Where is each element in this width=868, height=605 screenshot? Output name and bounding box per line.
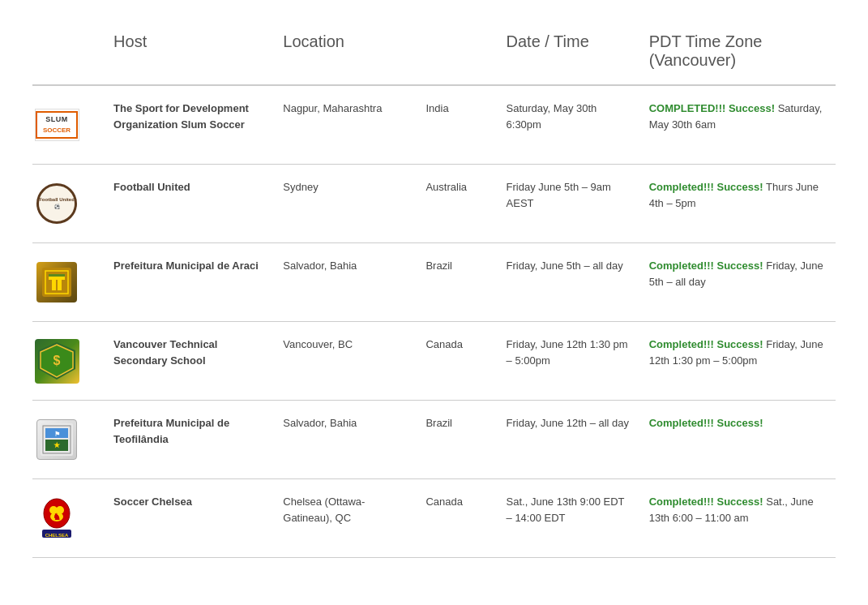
coat-of-arms-2-icon: ⚑ ★ xyxy=(41,423,73,456)
table-row: Football United ⚽ Football United Sydney… xyxy=(32,165,836,243)
host-name: Soccer Chelsea xyxy=(104,479,273,558)
status-badge: Completed!!! Success! xyxy=(649,496,763,508)
svg-text:♞: ♞ xyxy=(53,512,61,521)
col-host: Host xyxy=(104,24,273,85)
logo-cell: SLUM SOCCER xyxy=(32,85,104,165)
table-row: ⚑ ★ Prefeitura Municipal de Teofilândia … xyxy=(32,401,836,479)
location-city: Salvador, Bahia xyxy=(273,243,416,322)
svg-text:⚑: ⚑ xyxy=(54,431,60,438)
pdt-info: Completed!!! Success! Sat., June 13th 6:… xyxy=(639,479,836,558)
svg-rect-5 xyxy=(49,274,65,277)
location-country: India xyxy=(416,85,496,165)
datetime: Friday, June 12th – all day xyxy=(497,401,639,479)
location-country: Canada xyxy=(416,479,496,558)
col-datetime: Date / Time xyxy=(497,24,639,85)
pdt-info: Completed!!! Success! Friday, June 5th –… xyxy=(639,243,836,322)
col-pdt: PDT Time Zone (Vancouver) xyxy=(639,24,836,85)
logo-prefeitura-teofilandia: ⚑ ★ xyxy=(32,415,81,464)
location-city: Salvador, Bahia xyxy=(273,401,416,479)
pdt-info: Completed!!! Success! xyxy=(639,401,836,479)
location-country: Canada xyxy=(416,322,496,401)
location-country: Brazil xyxy=(416,243,496,322)
events-table: Host Location Date / Time PDT Time Zone … xyxy=(32,24,836,558)
location-city: Nagpur, Maharashtra xyxy=(273,85,416,165)
logo-slum-soccer: SLUM SOCCER xyxy=(32,101,81,149)
logo-football-united: Football United ⚽ xyxy=(32,179,81,228)
logo-cell: Football United ⚽ xyxy=(32,165,104,243)
lion-crest-icon: ♞ CHELSEA xyxy=(37,497,76,539)
pdt-info: COMPLETED!!! Success! Saturday, May 30th… xyxy=(639,85,836,165)
shield-icon: $ xyxy=(36,341,77,381)
coat-of-arms-icon xyxy=(42,268,71,297)
pdt-info: Completed!!! Success! Friday, June 12th … xyxy=(639,322,836,401)
location-country: Brazil xyxy=(416,401,496,479)
logo-cell: $ xyxy=(32,322,104,401)
status-badge: Completed!!! Success! xyxy=(649,260,763,272)
table-row: SLUM SOCCER The Sport for Development Or… xyxy=(32,85,836,165)
table-row: Prefeitura Municipal de Araci Salvador, … xyxy=(32,243,836,322)
svg-text:CHELSEA: CHELSEA xyxy=(45,533,69,538)
logo-cell: ♞ CHELSEA xyxy=(32,479,104,558)
col-logo xyxy=(32,24,104,85)
svg-rect-3 xyxy=(58,279,62,290)
location-city: Sydney xyxy=(273,165,416,243)
svg-text:★: ★ xyxy=(53,441,61,449)
status-badge: COMPLETED!!! Success! xyxy=(649,102,775,114)
svg-rect-0 xyxy=(42,268,71,297)
datetime: Friday June 5th – 9am AEST xyxy=(497,165,639,243)
host-name: Football United xyxy=(104,165,273,243)
status-badge: Completed!!! Success! xyxy=(649,181,763,193)
host-name: Prefeitura Municipal de Araci xyxy=(104,243,273,322)
col-location: Location xyxy=(273,24,496,85)
datetime: Saturday, May 30th 6:30pm xyxy=(497,85,639,165)
logo-vancouver-tech: $ xyxy=(32,337,81,385)
location-city: Chelsea (Ottawa-Gatineau), QC xyxy=(273,479,416,558)
logo-prefeitura-araci xyxy=(32,258,81,307)
host-name: Prefeitura Municipal de Teofilândia xyxy=(104,401,273,479)
logo-cell xyxy=(32,243,104,322)
location-city: Vancouver, BC xyxy=(273,322,416,401)
datetime: Friday, June 5th – all day xyxy=(497,243,639,322)
table-row: ♞ CHELSEA Soccer Chelsea Chelsea (Ottawa… xyxy=(32,479,836,558)
logo-cell: ⚑ ★ xyxy=(32,401,104,479)
svg-text:$: $ xyxy=(53,354,61,367)
host-name: The Sport for Development Organization S… xyxy=(104,85,273,165)
status-badge: Completed!!! Success! xyxy=(649,338,763,350)
location-country: Australia xyxy=(416,165,496,243)
datetime: Friday, June 12th 1:30 pm – 5:00pm xyxy=(497,322,639,401)
host-name: Vancouver Technical Secondary School xyxy=(104,322,273,401)
logo-soccer-chelsea: ♞ CHELSEA xyxy=(32,494,81,543)
pdt-info: Completed!!! Success! Thurs June 4th – 5… xyxy=(639,165,836,243)
datetime: Sat., June 13th 9:00 EDT – 14:00 EDT xyxy=(497,479,639,558)
svg-rect-2 xyxy=(52,279,56,290)
status-badge: Completed!!! Success! xyxy=(649,417,763,429)
table-row: $ Vancouver Technical Secondary School V… xyxy=(32,322,836,401)
